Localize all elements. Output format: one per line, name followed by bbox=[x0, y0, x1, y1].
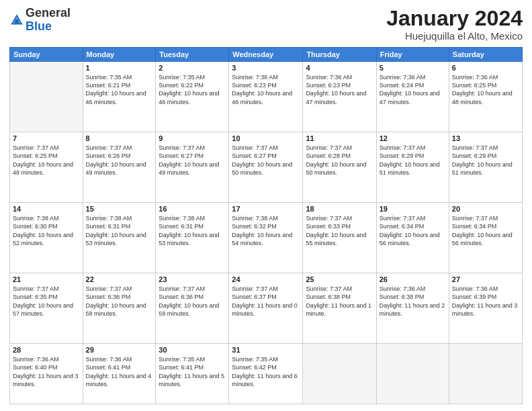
logo-icon bbox=[9, 13, 24, 28]
logo-blue: Blue bbox=[26, 19, 52, 33]
calendar-cell: 8Sunrise: 7:37 AMSunset: 6:26 PMDaylight… bbox=[83, 132, 156, 203]
calendar-cell: 13Sunrise: 7:37 AMSunset: 6:29 PMDayligh… bbox=[449, 132, 522, 203]
day-info: Sunrise: 7:36 AMSunset: 6:23 PMDaylight:… bbox=[232, 73, 300, 106]
calendar-cell: 23Sunrise: 7:37 AMSunset: 6:36 PMDayligh… bbox=[156, 273, 229, 344]
calendar-cell: 26Sunrise: 7:36 AMSunset: 6:38 PMDayligh… bbox=[376, 273, 449, 344]
day-number: 11 bbox=[306, 134, 373, 142]
day-info: Sunrise: 7:36 AMSunset: 6:40 PMDaylight:… bbox=[13, 355, 80, 388]
day-number: 24 bbox=[232, 275, 300, 283]
day-number: 14 bbox=[13, 205, 80, 213]
day-info: Sunrise: 7:36 AMSunset: 6:23 PMDaylight:… bbox=[306, 73, 373, 106]
calendar-cell: 5Sunrise: 7:36 AMSunset: 6:24 PMDaylight… bbox=[376, 62, 449, 132]
calendar-cell: 27Sunrise: 7:36 AMSunset: 6:39 PMDayligh… bbox=[449, 273, 522, 344]
calendar-cell: 15Sunrise: 7:38 AMSunset: 6:31 PMDayligh… bbox=[83, 203, 156, 273]
col-header-friday: Friday bbox=[376, 48, 449, 62]
day-number: 4 bbox=[306, 64, 373, 72]
calendar-cell: 17Sunrise: 7:38 AMSunset: 6:32 PMDayligh… bbox=[229, 203, 303, 273]
calendar-cell: 24Sunrise: 7:37 AMSunset: 6:37 PMDayligh… bbox=[229, 273, 303, 344]
calendar-cell: 6Sunrise: 7:36 AMSunset: 6:25 PMDaylight… bbox=[449, 62, 522, 132]
day-info: Sunrise: 7:37 AMSunset: 6:26 PMDaylight:… bbox=[86, 144, 153, 177]
col-header-sunday: Sunday bbox=[10, 48, 83, 62]
week-row-4: 21Sunrise: 7:37 AMSunset: 6:35 PMDayligh… bbox=[10, 273, 523, 344]
day-number: 30 bbox=[159, 346, 226, 354]
calendar-cell: 29Sunrise: 7:36 AMSunset: 6:41 PMDayligh… bbox=[83, 344, 156, 404]
calendar-cell: 25Sunrise: 7:37 AMSunset: 6:38 PMDayligh… bbox=[303, 273, 376, 344]
day-info: Sunrise: 7:37 AMSunset: 6:28 PMDaylight:… bbox=[306, 144, 373, 177]
col-header-thursday: Thursday bbox=[303, 48, 376, 62]
day-number: 22 bbox=[86, 275, 153, 283]
day-info: Sunrise: 7:37 AMSunset: 6:29 PMDaylight:… bbox=[452, 144, 519, 177]
day-number: 29 bbox=[86, 346, 153, 354]
day-info: Sunrise: 7:37 AMSunset: 6:35 PMDaylight:… bbox=[13, 285, 80, 318]
day-info: Sunrise: 7:37 AMSunset: 6:36 PMDaylight:… bbox=[86, 285, 153, 318]
day-info: Sunrise: 7:37 AMSunset: 6:33 PMDaylight:… bbox=[306, 214, 373, 247]
day-info: Sunrise: 7:37 AMSunset: 6:29 PMDaylight:… bbox=[380, 144, 446, 177]
week-row-3: 14Sunrise: 7:38 AMSunset: 6:30 PMDayligh… bbox=[10, 203, 523, 273]
location: Huejuquilla el Alto, Mexico bbox=[386, 30, 523, 42]
day-info: Sunrise: 7:35 AMSunset: 6:21 PMDaylight:… bbox=[86, 73, 153, 106]
day-number: 28 bbox=[13, 346, 80, 354]
calendar-cell: 19Sunrise: 7:37 AMSunset: 6:34 PMDayligh… bbox=[376, 203, 449, 273]
calendar-cell bbox=[449, 344, 522, 404]
day-number: 2 bbox=[159, 64, 226, 72]
calendar-cell: 14Sunrise: 7:38 AMSunset: 6:30 PMDayligh… bbox=[10, 203, 83, 273]
day-info: Sunrise: 7:37 AMSunset: 6:27 PMDaylight:… bbox=[232, 144, 300, 177]
calendar-table: SundayMondayTuesdayWednesdayThursdayFrid… bbox=[9, 47, 523, 404]
day-number: 25 bbox=[306, 275, 373, 283]
day-info: Sunrise: 7:38 AMSunset: 6:30 PMDaylight:… bbox=[13, 214, 80, 247]
page: General Blue January 2024 Huejuquilla el… bbox=[0, 0, 532, 411]
day-info: Sunrise: 7:36 AMSunset: 6:38 PMDaylight:… bbox=[380, 285, 446, 318]
day-info: Sunrise: 7:37 AMSunset: 6:37 PMDaylight:… bbox=[232, 285, 300, 318]
month-title: January 2024 bbox=[386, 7, 523, 30]
day-info: Sunrise: 7:36 AMSunset: 6:25 PMDaylight:… bbox=[452, 73, 519, 106]
day-number: 21 bbox=[13, 275, 80, 283]
calendar-cell: 22Sunrise: 7:37 AMSunset: 6:36 PMDayligh… bbox=[83, 273, 156, 344]
calendar-cell: 1Sunrise: 7:35 AMSunset: 6:21 PMDaylight… bbox=[83, 62, 156, 132]
col-header-wednesday: Wednesday bbox=[229, 48, 303, 62]
calendar-cell: 12Sunrise: 7:37 AMSunset: 6:29 PMDayligh… bbox=[376, 132, 449, 203]
day-number: 20 bbox=[452, 205, 519, 213]
day-info: Sunrise: 7:37 AMSunset: 6:25 PMDaylight:… bbox=[13, 144, 80, 177]
calendar-cell: 3Sunrise: 7:36 AMSunset: 6:23 PMDaylight… bbox=[229, 62, 303, 132]
day-number: 19 bbox=[380, 205, 446, 213]
calendar-cell: 7Sunrise: 7:37 AMSunset: 6:25 PMDaylight… bbox=[10, 132, 83, 203]
calendar-cell: 30Sunrise: 7:35 AMSunset: 6:41 PMDayligh… bbox=[156, 344, 229, 404]
calendar-cell: 21Sunrise: 7:37 AMSunset: 6:35 PMDayligh… bbox=[10, 273, 83, 344]
day-number: 13 bbox=[452, 134, 519, 142]
col-header-tuesday: Tuesday bbox=[156, 48, 229, 62]
day-number: 27 bbox=[452, 275, 519, 283]
col-header-monday: Monday bbox=[83, 48, 156, 62]
day-info: Sunrise: 7:37 AMSunset: 6:36 PMDaylight:… bbox=[159, 285, 226, 318]
day-info: Sunrise: 7:37 AMSunset: 6:38 PMDaylight:… bbox=[306, 285, 373, 318]
calendar-cell: 11Sunrise: 7:37 AMSunset: 6:28 PMDayligh… bbox=[303, 132, 376, 203]
day-number: 6 bbox=[452, 64, 519, 72]
day-info: Sunrise: 7:35 AMSunset: 6:22 PMDaylight:… bbox=[159, 73, 226, 106]
day-number: 31 bbox=[232, 346, 300, 354]
week-row-2: 7Sunrise: 7:37 AMSunset: 6:25 PMDaylight… bbox=[10, 132, 523, 203]
calendar-cell bbox=[376, 344, 449, 404]
day-number: 9 bbox=[159, 134, 226, 142]
day-number: 18 bbox=[306, 205, 373, 213]
week-row-1: 1Sunrise: 7:35 AMSunset: 6:21 PMDaylight… bbox=[10, 62, 523, 132]
calendar-cell bbox=[10, 62, 83, 132]
calendar-cell: 31Sunrise: 7:35 AMSunset: 6:42 PMDayligh… bbox=[229, 344, 303, 404]
svg-rect-2 bbox=[15, 19, 19, 24]
logo-text: General Blue bbox=[26, 7, 71, 34]
header-row: SundayMondayTuesdayWednesdayThursdayFrid… bbox=[10, 48, 523, 62]
calendar-cell: 9Sunrise: 7:37 AMSunset: 6:27 PMDaylight… bbox=[156, 132, 229, 203]
day-number: 8 bbox=[86, 134, 153, 142]
calendar-cell bbox=[303, 344, 376, 404]
day-info: Sunrise: 7:38 AMSunset: 6:31 PMDaylight:… bbox=[86, 214, 153, 247]
day-info: Sunrise: 7:35 AMSunset: 6:42 PMDaylight:… bbox=[232, 355, 300, 388]
calendar-cell: 28Sunrise: 7:36 AMSunset: 6:40 PMDayligh… bbox=[10, 344, 83, 404]
header: General Blue January 2024 Huejuquilla el… bbox=[9, 7, 523, 42]
week-row-5: 28Sunrise: 7:36 AMSunset: 6:40 PMDayligh… bbox=[10, 344, 523, 404]
day-number: 17 bbox=[232, 205, 300, 213]
day-info: Sunrise: 7:36 AMSunset: 6:41 PMDaylight:… bbox=[86, 355, 153, 388]
calendar-cell: 20Sunrise: 7:37 AMSunset: 6:34 PMDayligh… bbox=[449, 203, 522, 273]
day-number: 12 bbox=[380, 134, 446, 142]
day-info: Sunrise: 7:37 AMSunset: 6:27 PMDaylight:… bbox=[159, 144, 226, 177]
calendar-cell: 10Sunrise: 7:37 AMSunset: 6:27 PMDayligh… bbox=[229, 132, 303, 203]
day-info: Sunrise: 7:36 AMSunset: 6:24 PMDaylight:… bbox=[380, 73, 446, 106]
day-info: Sunrise: 7:36 AMSunset: 6:39 PMDaylight:… bbox=[452, 285, 519, 318]
